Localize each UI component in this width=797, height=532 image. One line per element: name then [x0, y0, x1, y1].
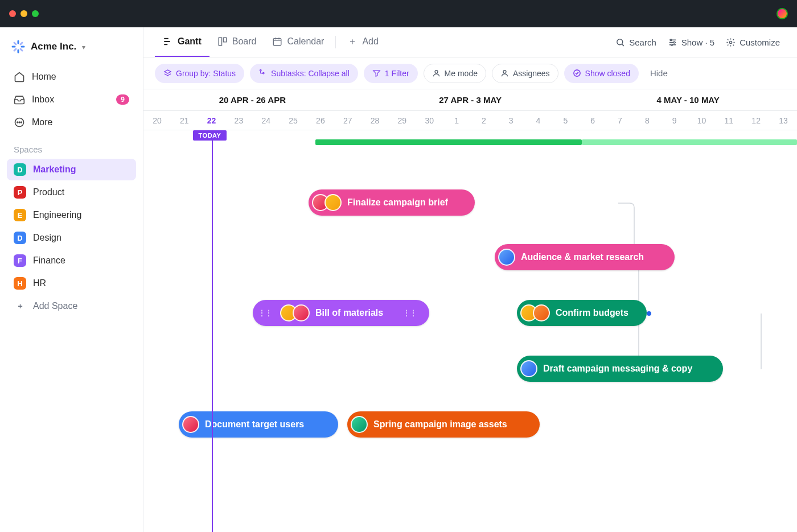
show-button[interactable]: Show · 5: [662, 34, 720, 51]
layers-icon: [163, 69, 172, 77]
close-window-button[interactable]: [9, 10, 16, 17]
group-by-pill[interactable]: Group by: Status: [155, 64, 244, 83]
inbox-badge: 9: [116, 94, 129, 105]
sliders-icon: [668, 38, 677, 47]
add-space-button[interactable]: ＋ Add Space: [7, 295, 136, 317]
view-tabs: Gantt Board Calendar ＋ Add: [143, 27, 797, 57]
svg-point-14: [435, 71, 438, 73]
subtasks-label: Subtasks: Collapse all: [271, 69, 350, 78]
day-cell[interactable]: 23: [225, 116, 252, 125]
day-cell[interactable]: 7: [606, 116, 634, 125]
people-icon: [500, 69, 509, 77]
nav-more[interactable]: More: [7, 112, 136, 133]
sidebar-space-design[interactable]: DDesign: [7, 227, 136, 249]
day-cell[interactable]: 6: [579, 116, 606, 125]
add-view-button[interactable]: ＋ Add: [339, 27, 386, 57]
task-avatars: [280, 304, 310, 321]
task-label: Audience & market research: [521, 252, 644, 262]
task-label: Spring campaign image assets: [373, 419, 507, 430]
board-icon: [217, 36, 228, 47]
task-bar[interactable]: Audience & market research: [495, 244, 675, 270]
svg-point-13: [263, 72, 265, 74]
day-cell[interactable]: 1: [443, 116, 470, 125]
day-cell[interactable]: 3: [498, 116, 525, 125]
day-cell[interactable]: 26: [307, 116, 334, 125]
sidebar-space-marketing[interactable]: DMarketing: [7, 159, 136, 180]
avatar[interactable]: [498, 249, 515, 266]
plus-icon: ＋: [347, 36, 358, 47]
task-avatars: [520, 360, 537, 377]
me-mode-label: Me mode: [445, 69, 478, 78]
gantt-chart[interactable]: Finalize campaign briefAudience & market…: [143, 130, 797, 532]
me-mode-pill[interactable]: Me mode: [424, 64, 486, 83]
titlebar: [0, 0, 797, 27]
task-bar[interactable]: Confirm budgets: [517, 300, 647, 326]
task-bar[interactable]: Spring campaign image assets: [347, 411, 540, 438]
day-cell[interactable]: 28: [361, 116, 389, 125]
day-cell[interactable]: 27: [334, 116, 361, 125]
view-tab-board-label: Board: [232, 36, 257, 47]
avatar[interactable]: [293, 304, 310, 321]
day-cell[interactable]: 13: [770, 116, 797, 125]
filter-pill[interactable]: 1 Filter: [364, 64, 418, 83]
task-avatars: [498, 249, 515, 266]
assignees-pill[interactable]: Assignees: [492, 64, 558, 83]
day-cell[interactable]: 10: [688, 116, 716, 125]
day-cell[interactable]: 2: [470, 116, 498, 125]
day-cell[interactable]: 4: [525, 116, 552, 125]
day-cell[interactable]: 12: [742, 116, 770, 125]
avatar[interactable]: [182, 416, 199, 433]
day-cell[interactable]: 24: [252, 116, 280, 125]
task-bar[interactable]: Document target users: [179, 411, 338, 438]
plus-icon: ＋: [14, 300, 26, 312]
view-tab-gantt[interactable]: Gantt: [155, 27, 209, 57]
task-bar[interactable]: ⋮⋮Bill of materials⋮⋮: [253, 300, 429, 326]
space-badge: P: [14, 186, 26, 199]
day-cell[interactable]: 25: [280, 116, 307, 125]
drag-handle-icon[interactable]: ⋮⋮: [401, 309, 419, 317]
task-bar[interactable]: Finalize campaign brief: [309, 189, 475, 216]
search-button[interactable]: Search: [610, 34, 662, 51]
customize-button[interactable]: Customize: [720, 34, 786, 51]
day-cell[interactable]: 8: [634, 116, 661, 125]
week-label: 20 APR - 26 APR: [143, 95, 361, 105]
day-cell[interactable]: 22: [198, 116, 225, 125]
search-label: Search: [629, 38, 656, 47]
avatar[interactable]: [324, 194, 342, 211]
nav-inbox[interactable]: Inbox 9: [7, 89, 136, 110]
task-label: Document target users: [205, 419, 304, 430]
sidebar-space-hr[interactable]: HHR: [7, 273, 136, 294]
drag-handle-icon[interactable]: ⋮⋮: [256, 309, 274, 317]
task-bar[interactable]: Draft campaign messaging & copy: [517, 356, 723, 382]
maximize-window-button[interactable]: [32, 10, 39, 17]
view-tab-gantt-label: Gantt: [178, 36, 202, 47]
svg-point-1: [17, 122, 18, 123]
add-view-label: Add: [362, 36, 378, 47]
sidebar-space-engineering[interactable]: EEngineering: [7, 204, 136, 226]
user-avatar[interactable]: [777, 8, 788, 19]
sidebar-space-product[interactable]: PProduct: [7, 182, 136, 203]
subtasks-pill[interactable]: Subtasks: Collapse all: [250, 64, 358, 83]
day-cell[interactable]: 29: [388, 116, 416, 125]
workspace-switcher[interactable]: Acme Inc. ▾: [7, 36, 136, 57]
chevron-down-icon: ▾: [82, 43, 85, 51]
avatar[interactable]: [533, 304, 550, 321]
day-cell[interactable]: 11: [715, 116, 742, 125]
day-cell[interactable]: 9: [661, 116, 688, 125]
avatar[interactable]: [520, 360, 537, 377]
filter-label: 1 Filter: [385, 69, 409, 78]
show-closed-pill[interactable]: Show closed: [564, 64, 639, 83]
hide-button[interactable]: Hide: [650, 68, 668, 78]
day-cell[interactable]: 20: [143, 116, 171, 125]
day-cell[interactable]: 21: [171, 116, 198, 125]
nav-home[interactable]: Home: [7, 66, 136, 88]
minimize-window-button[interactable]: [20, 10, 27, 17]
day-cell[interactable]: 5: [552, 116, 579, 125]
avatar[interactable]: [351, 416, 368, 433]
person-icon: [432, 69, 441, 77]
day-cell[interactable]: 30: [416, 116, 443, 125]
view-tab-calendar[interactable]: Calendar: [264, 27, 332, 57]
sidebar-space-finance[interactable]: FFinance: [7, 250, 136, 271]
svg-rect-6: [274, 39, 282, 46]
view-tab-board[interactable]: Board: [209, 27, 265, 57]
